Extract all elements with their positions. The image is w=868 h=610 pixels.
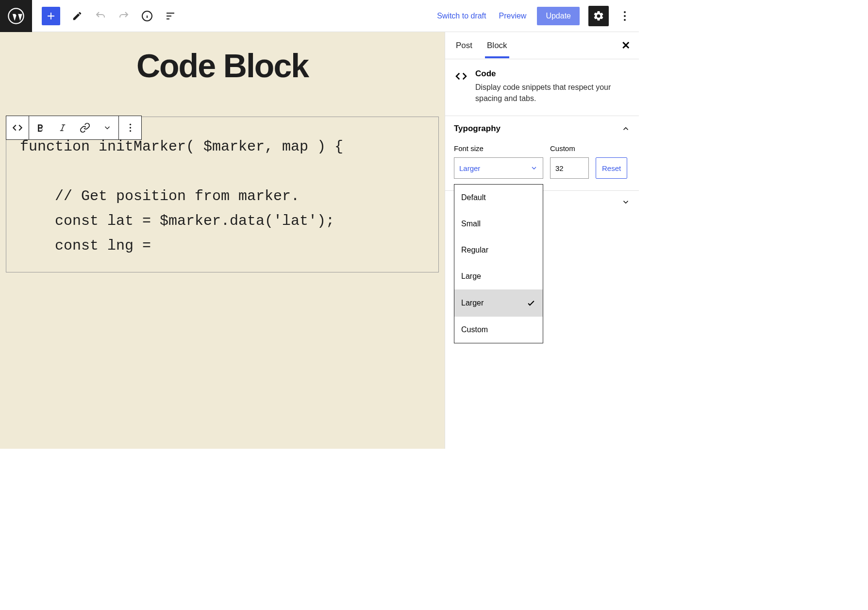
more-formatting-button[interactable]: [96, 116, 118, 139]
tab-post[interactable]: Post: [454, 33, 474, 58]
code-icon: [454, 69, 468, 104]
switch-to-draft-button[interactable]: Switch to draft: [435, 8, 488, 24]
fontsize-select[interactable]: Larger: [454, 157, 543, 179]
redo-icon[interactable]: [117, 10, 130, 22]
svg-point-7: [129, 130, 131, 132]
fontsize-label: Font size: [454, 144, 543, 152]
preview-button[interactable]: Preview: [497, 8, 529, 24]
dropdown-option-large[interactable]: Large: [454, 263, 543, 289]
dropdown-option-regular[interactable]: Regular: [454, 237, 543, 263]
list-view-icon[interactable]: [164, 10, 177, 22]
update-button[interactable]: Update: [537, 7, 580, 25]
chevron-up-icon: [621, 124, 630, 133]
svg-point-6: [129, 127, 131, 128]
edit-icon[interactable]: [71, 10, 83, 22]
block-options-button[interactable]: [119, 116, 141, 139]
add-block-button[interactable]: [42, 7, 60, 25]
close-sidebar-icon[interactable]: ✕: [621, 39, 630, 52]
svg-point-5: [129, 124, 131, 125]
svg-point-3: [624, 15, 626, 17]
dropdown-option-larger[interactable]: Larger: [454, 289, 543, 317]
bold-button[interactable]: [29, 116, 51, 139]
tab-block[interactable]: Block: [485, 33, 509, 58]
italic-button[interactable]: [51, 116, 74, 139]
block-description: Display code snippets that respect your …: [475, 82, 630, 104]
chevron-down-icon: [530, 164, 538, 172]
custom-fontsize-input[interactable]: [550, 157, 589, 179]
check-icon: [526, 298, 536, 308]
svg-point-2: [624, 11, 626, 13]
dropdown-option-default[interactable]: Default: [454, 185, 543, 211]
wordpress-logo[interactable]: [0, 0, 32, 32]
reset-button[interactable]: Reset: [596, 157, 627, 179]
custom-label: Custom: [550, 144, 589, 152]
link-button[interactable]: [74, 116, 96, 139]
dropdown-option-small[interactable]: Small: [454, 211, 543, 237]
more-options-icon[interactable]: [618, 11, 632, 21]
chevron-down-icon: [621, 198, 630, 206]
code-block-icon[interactable]: [6, 116, 29, 139]
block-toolbar: [6, 116, 142, 140]
settings-button[interactable]: [588, 6, 609, 26]
block-name: Code: [475, 69, 630, 79]
typography-panel-toggle[interactable]: Typography: [445, 116, 639, 141]
page-title[interactable]: Code Block: [0, 47, 445, 85]
code-block-editor[interactable]: function initMarker( $marker, map ) { //…: [6, 117, 439, 272]
fontsize-dropdown: Default Small Regular Large Larger Custo…: [454, 184, 543, 343]
svg-point-4: [624, 19, 626, 21]
undo-icon[interactable]: [94, 10, 107, 22]
info-icon[interactable]: [141, 10, 153, 22]
dropdown-option-custom[interactable]: Custom: [454, 317, 543, 343]
